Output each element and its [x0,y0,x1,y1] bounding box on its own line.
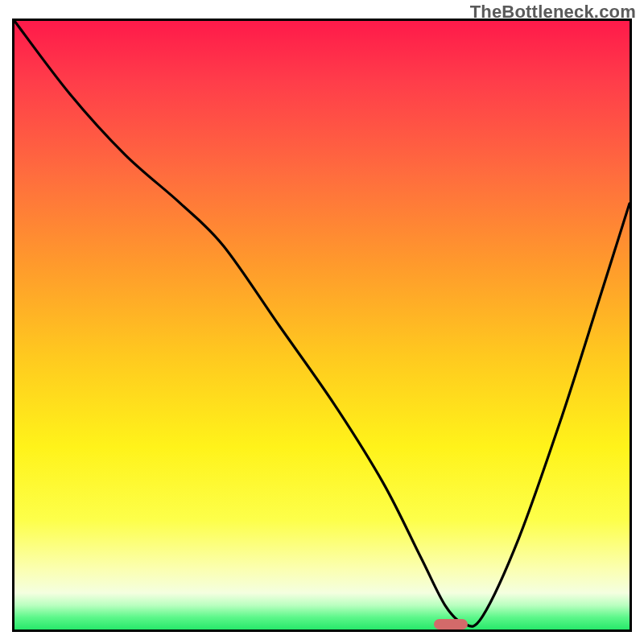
curve-svg [14,21,630,630]
optimal-marker [434,619,468,630]
plot-area [12,19,632,632]
bottleneck-curve [14,21,630,626]
chart-container: TheBottleneck.com [0,0,644,644]
watermark-text: TheBottleneck.com [470,2,636,23]
